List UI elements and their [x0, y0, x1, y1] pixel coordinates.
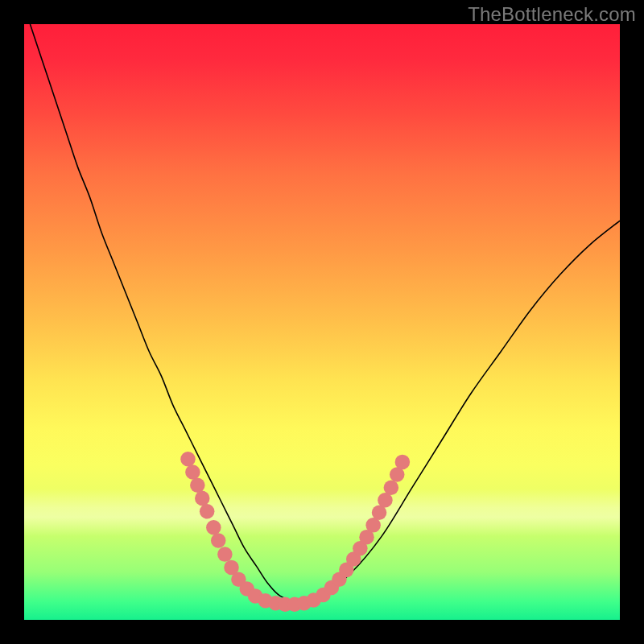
- curve-layer: [24, 24, 620, 620]
- highlight-dot: [195, 491, 210, 506]
- watermark-text: TheBottleneck.com: [468, 3, 636, 26]
- highlight-dot: [200, 504, 214, 519]
- bottleneck-curve: [30, 24, 620, 602]
- plot-area: [24, 24, 620, 620]
- highlight-dot: [211, 533, 226, 548]
- chart-frame: TheBottleneck.com: [0, 0, 644, 644]
- highlight-dot: [180, 452, 196, 467]
- highlight-dots: [180, 452, 410, 612]
- highlight-dot: [190, 478, 205, 493]
- highlight-dot: [384, 480, 399, 495]
- highlight-dot: [395, 455, 411, 470]
- highlight-dot: [217, 547, 233, 562]
- highlight-dot: [206, 520, 221, 535]
- highlight-dot: [185, 464, 200, 480]
